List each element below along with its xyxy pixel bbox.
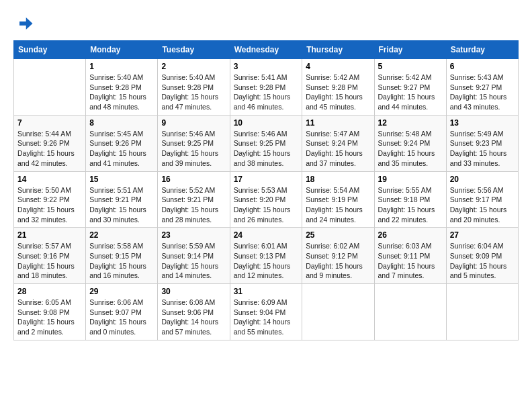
header-cell-wednesday: Wednesday	[230, 41, 302, 59]
day-number: 11	[306, 118, 370, 128]
logo	[13, 13, 36, 34]
cell-content: Sunrise: 5:52 AMSunset: 9:21 PMDaylight:…	[161, 185, 226, 225]
calendar-cell: 14Sunrise: 5:50 AMSunset: 9:22 PMDayligh…	[14, 171, 86, 228]
day-number: 1	[89, 62, 154, 71]
week-row-3: 21Sunrise: 5:57 AMSunset: 9:16 PMDayligh…	[14, 228, 519, 284]
day-number: 17	[234, 175, 299, 184]
cell-content: Sunrise: 5:40 AMSunset: 9:28 PMDaylight:…	[89, 73, 154, 112]
day-number: 15	[89, 175, 154, 184]
calendar-table: SundayMondayTuesdayWednesdayThursdayFrid…	[13, 40, 519, 340]
cell-content: Sunrise: 5:41 AMSunset: 9:28 PMDaylight:…	[234, 73, 299, 112]
cell-content: Sunrise: 5:46 AMSunset: 9:25 PMDaylight:…	[234, 129, 299, 169]
calendar-cell: 31Sunrise: 6:09 AMSunset: 9:04 PMDayligh…	[230, 284, 302, 340]
cell-content: Sunrise: 5:42 AMSunset: 9:27 PMDaylight:…	[378, 73, 443, 112]
cell-content: Sunrise: 5:46 AMSunset: 9:25 PMDaylight:…	[161, 129, 226, 169]
day-number: 19	[378, 175, 443, 184]
day-number: 2	[161, 62, 226, 71]
day-number: 30	[161, 287, 226, 296]
calendar-cell: 13Sunrise: 5:49 AMSunset: 9:23 PMDayligh…	[446, 115, 518, 171]
cell-content: Sunrise: 5:45 AMSunset: 9:26 PMDaylight:…	[89, 129, 154, 169]
calendar-cell: 19Sunrise: 5:55 AMSunset: 9:18 PMDayligh…	[374, 171, 446, 228]
day-number: 4	[306, 62, 370, 71]
day-number: 18	[306, 175, 370, 184]
cell-content: Sunrise: 5:47 AMSunset: 9:24 PMDaylight:…	[306, 129, 370, 169]
header-cell-friday: Friday	[374, 41, 446, 59]
cell-content: Sunrise: 5:54 AMSunset: 9:19 PMDaylight:…	[306, 185, 370, 225]
day-number: 29	[89, 287, 154, 296]
day-number: 8	[89, 118, 154, 128]
day-number: 5	[378, 62, 443, 71]
calendar-cell: 15Sunrise: 5:51 AMSunset: 9:21 PMDayligh…	[86, 171, 158, 228]
calendar-cell: 24Sunrise: 6:01 AMSunset: 9:13 PMDayligh…	[230, 228, 302, 284]
calendar-cell: 21Sunrise: 5:57 AMSunset: 9:16 PMDayligh…	[14, 228, 86, 284]
cell-content: Sunrise: 6:09 AMSunset: 9:04 PMDaylight:…	[234, 298, 299, 337]
day-number: 24	[234, 230, 299, 240]
calendar-cell: 6Sunrise: 5:43 AMSunset: 9:27 PMDaylight…	[446, 59, 518, 116]
calendar-cell: 11Sunrise: 5:47 AMSunset: 9:24 PMDayligh…	[302, 115, 374, 171]
calendar-cell: 17Sunrise: 5:53 AMSunset: 9:20 PMDayligh…	[230, 171, 302, 228]
cell-content: Sunrise: 5:51 AMSunset: 9:21 PMDaylight:…	[89, 185, 154, 225]
week-row-2: 14Sunrise: 5:50 AMSunset: 9:22 PMDayligh…	[14, 171, 519, 228]
cell-content: Sunrise: 6:03 AMSunset: 9:11 PMDaylight:…	[378, 241, 443, 281]
cell-content: Sunrise: 5:57 AMSunset: 9:16 PMDaylight:…	[17, 241, 82, 281]
calendar-cell: 12Sunrise: 5:48 AMSunset: 9:24 PMDayligh…	[374, 115, 446, 171]
day-number: 21	[17, 230, 82, 240]
calendar-cell: 1Sunrise: 5:40 AMSunset: 9:28 PMDaylight…	[86, 59, 158, 116]
week-row-0: 1Sunrise: 5:40 AMSunset: 9:28 PMDaylight…	[14, 59, 519, 116]
cell-content: Sunrise: 5:42 AMSunset: 9:28 PMDaylight:…	[306, 73, 370, 112]
day-number: 10	[234, 118, 299, 128]
header-cell-tuesday: Tuesday	[158, 41, 230, 59]
cell-content: Sunrise: 5:58 AMSunset: 9:15 PMDaylight:…	[89, 241, 154, 281]
header	[13, 13, 519, 34]
calendar-cell: 23Sunrise: 5:59 AMSunset: 9:14 PMDayligh…	[158, 228, 230, 284]
calendar-cell	[446, 284, 518, 340]
calendar-cell: 28Sunrise: 6:05 AMSunset: 9:08 PMDayligh…	[14, 284, 86, 340]
day-number: 7	[17, 118, 82, 128]
calendar-cell: 29Sunrise: 6:06 AMSunset: 9:07 PMDayligh…	[86, 284, 158, 340]
cell-content: Sunrise: 6:01 AMSunset: 9:13 PMDaylight:…	[234, 241, 299, 281]
day-number: 9	[161, 118, 226, 128]
day-number: 25	[306, 230, 370, 240]
calendar-cell	[302, 284, 374, 340]
day-number: 13	[450, 118, 515, 128]
cell-content: Sunrise: 5:55 AMSunset: 9:18 PMDaylight:…	[378, 185, 443, 225]
cell-content: Sunrise: 6:05 AMSunset: 9:08 PMDaylight:…	[17, 298, 82, 337]
calendar-cell: 7Sunrise: 5:44 AMSunset: 9:26 PMDaylight…	[14, 115, 86, 171]
day-number: 16	[161, 175, 226, 184]
cell-content: Sunrise: 5:50 AMSunset: 9:22 PMDaylight:…	[17, 185, 82, 225]
calendar-cell: 18Sunrise: 5:54 AMSunset: 9:19 PMDayligh…	[302, 171, 374, 228]
calendar-cell: 16Sunrise: 5:52 AMSunset: 9:21 PMDayligh…	[158, 171, 230, 228]
calendar-cell: 25Sunrise: 6:02 AMSunset: 9:12 PMDayligh…	[302, 228, 374, 284]
cell-content: Sunrise: 6:06 AMSunset: 9:07 PMDaylight:…	[89, 298, 154, 337]
calendar-cell: 22Sunrise: 5:58 AMSunset: 9:15 PMDayligh…	[86, 228, 158, 284]
day-number: 20	[450, 175, 515, 184]
day-number: 3	[234, 62, 299, 71]
logo-icon	[13, 13, 34, 34]
calendar-cell: 2Sunrise: 5:40 AMSunset: 9:28 PMDaylight…	[158, 59, 230, 116]
day-number: 31	[234, 287, 299, 296]
calendar-cell: 30Sunrise: 6:08 AMSunset: 9:06 PMDayligh…	[158, 284, 230, 340]
day-number: 28	[17, 287, 82, 296]
cell-content: Sunrise: 5:59 AMSunset: 9:14 PMDaylight:…	[161, 241, 226, 281]
cell-content: Sunrise: 5:40 AMSunset: 9:28 PMDaylight:…	[161, 73, 226, 112]
day-number: 14	[17, 175, 82, 184]
calendar-cell: 27Sunrise: 6:04 AMSunset: 9:09 PMDayligh…	[446, 228, 518, 284]
calendar-cell	[14, 59, 86, 116]
day-number: 6	[450, 62, 515, 71]
day-number: 27	[450, 230, 515, 240]
calendar-cell: 20Sunrise: 5:56 AMSunset: 9:17 PMDayligh…	[446, 171, 518, 228]
day-number: 22	[89, 230, 154, 240]
cell-content: Sunrise: 6:04 AMSunset: 9:09 PMDaylight:…	[450, 241, 515, 281]
calendar-cell: 10Sunrise: 5:46 AMSunset: 9:25 PMDayligh…	[230, 115, 302, 171]
header-cell-monday: Monday	[86, 41, 158, 59]
calendar-cell: 4Sunrise: 5:42 AMSunset: 9:28 PMDaylight…	[302, 59, 374, 116]
calendar-cell: 3Sunrise: 5:41 AMSunset: 9:28 PMDaylight…	[230, 59, 302, 116]
header-cell-thursday: Thursday	[302, 41, 374, 59]
cell-content: Sunrise: 5:43 AMSunset: 9:27 PMDaylight:…	[450, 73, 515, 112]
calendar-cell: 8Sunrise: 5:45 AMSunset: 9:26 PMDaylight…	[86, 115, 158, 171]
cell-content: Sunrise: 5:49 AMSunset: 9:23 PMDaylight:…	[450, 129, 515, 169]
cell-content: Sunrise: 5:53 AMSunset: 9:20 PMDaylight:…	[234, 185, 299, 225]
week-row-1: 7Sunrise: 5:44 AMSunset: 9:26 PMDaylight…	[14, 115, 519, 171]
calendar-cell	[374, 284, 446, 340]
cell-content: Sunrise: 5:48 AMSunset: 9:24 PMDaylight:…	[378, 129, 443, 169]
